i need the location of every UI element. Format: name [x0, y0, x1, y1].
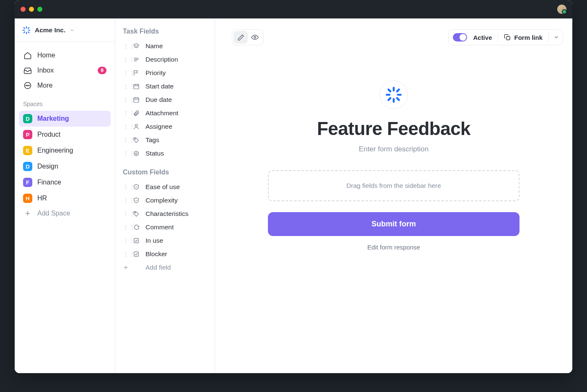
- task-field-due-date[interactable]: ⋮⋮Due date: [119, 93, 211, 106]
- space-item-design[interactable]: DDesign: [19, 158, 111, 174]
- drag-handle-icon[interactable]: ⋮⋮: [123, 137, 128, 143]
- space-avatar: F: [23, 178, 32, 187]
- clip-icon: [133, 110, 140, 117]
- submit-button[interactable]: Submit form: [268, 212, 519, 236]
- drag-handle-icon[interactable]: ⋮⋮: [123, 43, 128, 49]
- drag-handle-icon[interactable]: ⋮⋮: [123, 237, 128, 244]
- svg-line-6: [24, 32, 25, 33]
- close-window-button[interactable]: [21, 7, 26, 12]
- home-icon: [23, 51, 32, 60]
- form-description-placeholder[interactable]: Enter form description: [268, 145, 519, 153]
- form-title[interactable]: Feature Feedback: [268, 118, 519, 139]
- drag-handle-icon[interactable]: ⋮⋮: [123, 184, 128, 190]
- field-label: Status: [145, 150, 164, 157]
- shield-icon: [133, 197, 140, 204]
- minimize-window-button[interactable]: [29, 7, 34, 12]
- workspace-switcher[interactable]: Acme Inc.: [15, 18, 115, 42]
- more-icon: [23, 81, 32, 90]
- inbox-icon: [23, 66, 32, 75]
- drag-handle-icon[interactable]: ⋮⋮: [123, 83, 128, 90]
- field-label: Characteristics: [145, 210, 189, 218]
- flag-icon: [133, 70, 140, 76]
- form-link-dropdown[interactable]: [548, 32, 558, 42]
- drag-handle-icon[interactable]: ⋮⋮: [123, 96, 128, 103]
- svg-point-11: [29, 85, 30, 86]
- active-toggle-label: Active: [473, 34, 492, 41]
- space-item-finance[interactable]: FFinance: [19, 174, 111, 190]
- custom-fields-label: Custom Fields: [119, 167, 211, 180]
- task-field-name[interactable]: ⋮⋮Name: [119, 39, 211, 53]
- drag-handle-icon[interactable]: ⋮⋮: [123, 150, 128, 157]
- pencil-icon: [237, 34, 244, 41]
- space-name: Finance: [37, 179, 61, 186]
- active-toggle[interactable]: [453, 33, 467, 42]
- drag-handle-icon[interactable]: ⋮⋮: [123, 251, 128, 257]
- person-icon: [133, 123, 140, 130]
- space-item-engineering[interactable]: EEngineering: [19, 143, 111, 158]
- task-field-status[interactable]: ⋮⋮Status: [119, 147, 211, 160]
- svg-point-10: [27, 85, 28, 86]
- shield-icon: [133, 184, 140, 190]
- svg-line-2: [24, 27, 25, 28]
- svg-line-43: [397, 90, 399, 92]
- task-field-priority[interactable]: ⋮⋮Priority: [119, 66, 211, 80]
- space-item-product[interactable]: PProduct: [19, 127, 111, 143]
- nav-inbox[interactable]: Inbox 9: [19, 63, 111, 78]
- field-label: In use: [145, 237, 163, 244]
- maximize-window-button[interactable]: [37, 7, 42, 12]
- field-label: Tags: [145, 136, 159, 144]
- space-avatar: H: [23, 194, 32, 203]
- user-avatar[interactable]: [557, 5, 566, 14]
- spaces-label: Spaces: [19, 93, 111, 111]
- task-field-attachment[interactable]: ⋮⋮Attachment: [119, 106, 211, 120]
- form-logo[interactable]: [379, 80, 408, 109]
- task-field-description[interactable]: ⋮⋮Description: [119, 53, 211, 66]
- custom-field-characteristics[interactable]: ⋮⋮Characteristics: [119, 207, 211, 221]
- custom-field-blocker[interactable]: ⋮⋮Blocker: [119, 247, 211, 261]
- edit-form-response-link[interactable]: Edit form response: [268, 244, 519, 251]
- custom-field-in-use[interactable]: ⋮⋮In use: [119, 234, 211, 247]
- add-space-button[interactable]: Add Space: [19, 206, 111, 221]
- svg-point-34: [254, 36, 256, 39]
- field-label: Complexity: [145, 197, 178, 204]
- space-name: Design: [37, 163, 58, 170]
- custom-field-ease-of-use[interactable]: ⋮⋮Ease of use: [119, 180, 211, 194]
- edit-mode-button[interactable]: [234, 31, 248, 44]
- field-label: Comment: [145, 223, 174, 231]
- task-field-tags[interactable]: ⋮⋮Tags: [119, 133, 211, 147]
- drag-handle-icon[interactable]: ⋮⋮: [123, 70, 128, 76]
- custom-field-complexity[interactable]: ⋮⋮Complexity: [119, 194, 211, 207]
- field-label: Blocker: [145, 250, 167, 258]
- svg-point-25: [135, 125, 137, 127]
- inbox-badge: 9: [98, 67, 106, 74]
- drag-handle-icon[interactable]: ⋮⋮: [123, 123, 128, 130]
- drag-handle-icon[interactable]: ⋮⋮: [123, 210, 128, 217]
- preview-mode-button[interactable]: [248, 31, 262, 44]
- drag-handle-icon[interactable]: ⋮⋮: [123, 224, 128, 231]
- add-field-button[interactable]: Add field: [119, 261, 211, 274]
- tag-icon: [133, 137, 140, 143]
- space-item-marketing[interactable]: DMarketing: [19, 111, 111, 127]
- fields-panel: Task Fields ⋮⋮Name⋮⋮Description⋮⋮Priorit…: [115, 18, 215, 373]
- task-field-assignee[interactable]: ⋮⋮Assignee: [119, 120, 211, 133]
- form-link-button[interactable]: Form link: [504, 34, 543, 41]
- svg-point-27: [134, 151, 139, 156]
- task-field-start-date[interactable]: ⋮⋮Start date: [119, 80, 211, 93]
- nav-home-label: Home: [37, 52, 55, 59]
- nav-inbox-label: Inbox: [37, 67, 54, 74]
- svg-point-29: [135, 212, 135, 213]
- drag-handle-icon[interactable]: ⋮⋮: [123, 110, 128, 117]
- target-icon: [133, 150, 140, 157]
- nav-more[interactable]: More: [19, 78, 111, 93]
- drag-handle-icon[interactable]: ⋮⋮: [123, 197, 128, 204]
- drag-handle-icon[interactable]: ⋮⋮: [123, 56, 128, 63]
- field-label: Assignee: [145, 123, 172, 130]
- lines-icon: [133, 56, 140, 63]
- mode-toolbar: [232, 29, 264, 45]
- svg-line-7: [28, 27, 29, 28]
- space-avatar: E: [23, 146, 32, 155]
- form-dropzone[interactable]: Drag fields from the sidebar here: [268, 170, 519, 201]
- space-item-hr[interactable]: HHR: [19, 190, 111, 206]
- custom-field-comment[interactable]: ⋮⋮Comment: [119, 221, 211, 234]
- nav-home[interactable]: Home: [19, 48, 111, 63]
